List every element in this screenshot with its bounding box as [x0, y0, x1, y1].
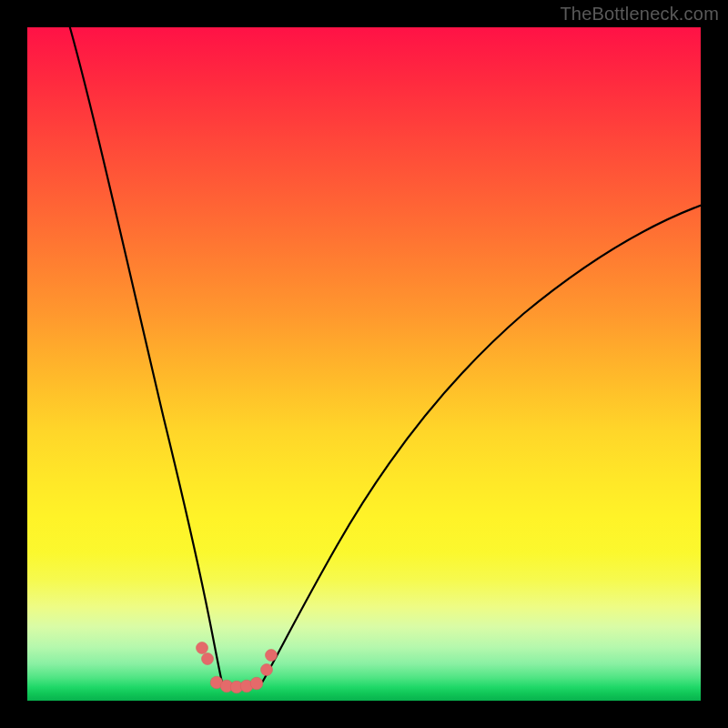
- data-point: [202, 653, 214, 665]
- data-point: [266, 650, 278, 662]
- plot-area: [27, 27, 701, 701]
- data-point: [197, 642, 208, 654]
- curve-layer: [27, 27, 701, 701]
- data-points-group: [197, 642, 278, 693]
- left-curve: [67, 18, 222, 682]
- watermark-text: TheBottleneck.com: [560, 4, 719, 25]
- data-point: [261, 664, 273, 676]
- right-curve: [262, 205, 703, 682]
- chart-container: TheBottleneck.com: [0, 0, 728, 728]
- data-point: [250, 677, 263, 690]
